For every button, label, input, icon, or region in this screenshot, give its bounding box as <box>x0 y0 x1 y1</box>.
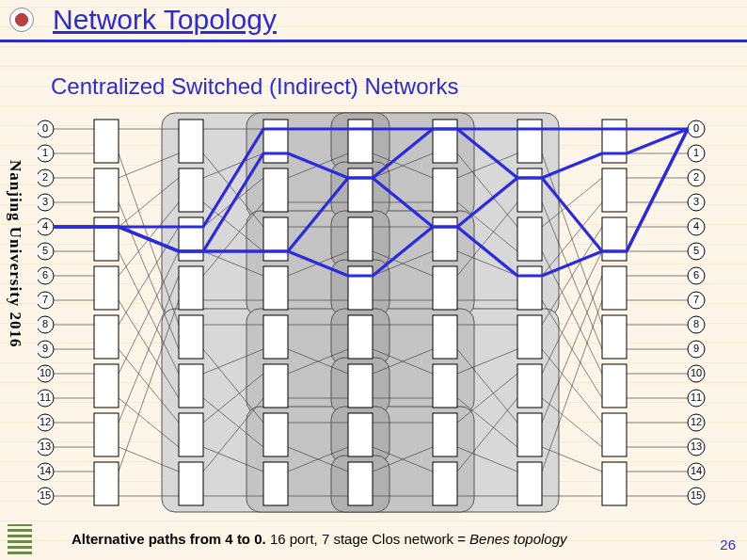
caption-bold: Alternative paths from 4 to 0. <box>72 531 266 547</box>
subtitle: Centralized Switched (Indirect) Networks <box>51 73 459 100</box>
output-port-label: 11 <box>691 392 702 403</box>
input-port-label: 3 <box>42 196 48 207</box>
switch <box>602 315 627 359</box>
switch <box>348 120 373 163</box>
switch <box>602 266 627 310</box>
output-port-label: 10 <box>691 367 702 378</box>
switch <box>517 168 542 212</box>
input-port-label: 13 <box>40 440 51 452</box>
switch <box>433 315 457 359</box>
input-port-label: 8 <box>42 318 48 329</box>
caption: Alternative paths from 4 to 0. 16 port, … <box>72 531 567 547</box>
switch <box>433 364 457 408</box>
switch <box>517 315 542 359</box>
input-port-label: 15 <box>40 489 51 501</box>
benes-network-diagram: /*placeholder to keep svg non-self-closi… <box>38 111 715 516</box>
switch <box>179 266 203 310</box>
switch <box>94 462 119 505</box>
switch <box>263 413 288 456</box>
switch <box>602 120 627 163</box>
switch <box>263 168 288 212</box>
switch <box>94 413 119 456</box>
switch <box>348 217 373 261</box>
caption-rest: 16 port, 7 stage Clos network = <box>266 531 469 547</box>
footer-decor-icon <box>8 524 32 554</box>
switch <box>602 168 627 212</box>
switch <box>263 120 288 163</box>
switch <box>348 266 373 310</box>
input-port-label: 11 <box>40 392 51 403</box>
output-port-label: 3 <box>693 196 699 207</box>
switch <box>517 364 542 408</box>
switch <box>94 315 119 359</box>
input-port-label: 6 <box>42 269 48 280</box>
output-port-label: 1 <box>693 147 699 158</box>
switch <box>517 217 542 261</box>
input-port-label: 5 <box>42 245 48 256</box>
switch <box>94 217 119 261</box>
switch <box>94 364 119 408</box>
switch <box>179 462 203 505</box>
university-logo-icon <box>9 8 34 32</box>
input-port-label: 7 <box>42 294 48 305</box>
switch <box>179 217 203 261</box>
switch <box>263 315 288 359</box>
switch <box>263 266 288 310</box>
switch <box>348 462 373 505</box>
output-port-label: 9 <box>693 343 699 354</box>
output-port-label: 2 <box>693 171 699 183</box>
switch <box>517 120 542 163</box>
switch <box>433 462 457 505</box>
switch <box>263 462 288 505</box>
input-port-label: 1 <box>42 147 48 158</box>
output-port-label: 15 <box>691 489 702 501</box>
input-port-label: 10 <box>40 367 51 378</box>
caption-italic: Benes topology <box>469 531 566 547</box>
switch <box>433 120 457 163</box>
switch <box>94 120 119 163</box>
input-port-label: 4 <box>42 220 48 232</box>
switch <box>433 168 457 212</box>
switch <box>263 364 288 408</box>
output-port-label: 13 <box>691 440 702 452</box>
switch <box>263 217 288 261</box>
switch <box>94 168 119 212</box>
input-port-label: 14 <box>40 465 51 476</box>
output-port-label: 8 <box>693 318 699 329</box>
switch <box>433 413 457 456</box>
switch <box>348 315 373 359</box>
switch <box>348 413 373 456</box>
input-port-label: 9 <box>42 343 48 354</box>
switch <box>179 364 203 408</box>
switch <box>517 413 542 456</box>
page-title: Network Topology <box>53 4 277 36</box>
page-number: 26 <box>720 536 736 552</box>
sidebar-affiliation: Nanjing University 2016 <box>6 160 24 348</box>
output-port-label: 4 <box>693 220 699 232</box>
switch <box>517 462 542 505</box>
switch <box>179 120 203 163</box>
output-port-label: 6 <box>693 269 699 280</box>
switch <box>602 364 627 408</box>
switch <box>433 266 457 310</box>
switch <box>179 168 203 212</box>
switch <box>348 364 373 408</box>
input-port-label: 0 <box>42 122 48 134</box>
switch <box>602 462 627 505</box>
switch <box>348 168 373 212</box>
output-port-label: 0 <box>693 122 699 134</box>
switch <box>602 217 627 261</box>
input-port-label: 2 <box>42 171 48 183</box>
switch <box>602 413 627 456</box>
input-port-label: 12 <box>40 416 51 427</box>
switch <box>433 217 457 261</box>
output-port-label: 7 <box>693 294 699 305</box>
output-port-label: 5 <box>693 245 699 256</box>
header-bar: Network Topology <box>0 0 747 42</box>
output-port-label: 14 <box>691 465 702 476</box>
output-port-label: 12 <box>691 416 702 427</box>
switch <box>94 266 119 310</box>
switch <box>179 413 203 456</box>
switch <box>179 315 203 359</box>
switch <box>517 266 542 310</box>
